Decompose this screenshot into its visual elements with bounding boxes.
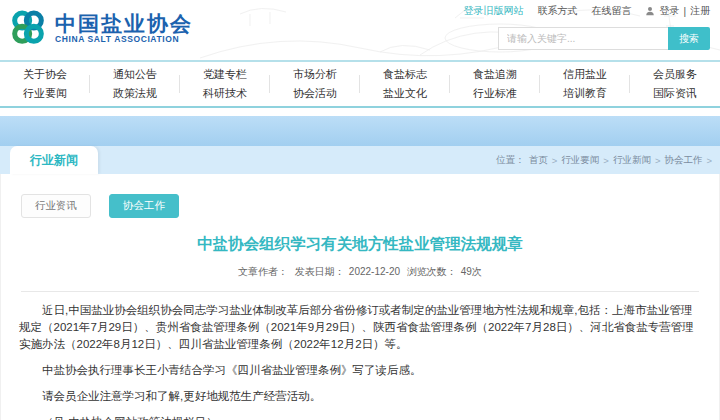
nav-item-salt-culture[interactable]: 盐业文化: [383, 88, 427, 99]
blue-banner-strip: [0, 116, 720, 146]
breadcrumb-separator: >: [552, 155, 558, 166]
user-icon: [645, 6, 655, 16]
nav-column: 食盐标志 盐业文化: [360, 62, 450, 106]
nav-column: 党建专栏 科研技术: [180, 62, 270, 106]
logo-title-en: CHINA SALT ASSOCIATION: [55, 34, 193, 44]
search-input[interactable]: [498, 27, 668, 50]
article-paragraph: 请会员企业注意学习和了解,更好地规范生产经营活动。: [19, 388, 701, 405]
article-meta: 文章作者： 发表日期：2022-12-20 浏览次数：49次: [1, 265, 719, 279]
section-tab-row: 行业新闻 位置： 首页 > 行业要闻 > 行业新闻 > 协会工作 >: [0, 146, 720, 174]
register-link[interactable]: 注册: [690, 4, 710, 18]
main-nav: 关于协会 行业要闻 通知公告 政策法规 党建专栏 科研技术 市场分析 协会活动 …: [0, 60, 720, 108]
message-link[interactable]: 在线留言: [591, 4, 631, 18]
site-logo[interactable]: 中国盐业协会 CHINA SALT ASSOCIATION: [8, 8, 193, 48]
nav-item-notices[interactable]: 通知公告: [113, 69, 157, 80]
breadcrumb-label: 位置：: [496, 154, 525, 167]
nav-column: 市场分析 协会活动: [270, 62, 360, 106]
breadcrumb-news[interactable]: 行业新闻: [613, 154, 651, 167]
breadcrumb: 位置： 首页 > 行业要闻 > 行业新闻 > 协会工作 >: [496, 146, 712, 174]
login-link[interactable]: 登录: [659, 4, 679, 18]
nav-item-activities[interactable]: 协会活动: [293, 88, 337, 99]
article-paragraph: 近日,中国盐业协会组织协会同志学习盐业体制改革后部分省份修订或者制定的盐业管理地…: [19, 302, 701, 353]
nav-item-policies[interactable]: 政策法规: [113, 88, 157, 99]
contact-link[interactable]: 联系方式: [537, 4, 577, 18]
salt-association-knot-icon: [8, 8, 48, 48]
breadcrumb-home[interactable]: 首页: [529, 154, 548, 167]
breadcrumb-separator: >: [706, 155, 712, 166]
article-body: 近日,中国盐业协会组织协会同志学习盐业体制改革后部分省份修订或者制定的盐业管理地…: [19, 302, 701, 420]
nav-column: 会员服务 国际资讯: [630, 62, 720, 106]
nav-column: 食盐追溯 行业标准: [450, 62, 540, 106]
meta-date: 2022-12-20: [349, 266, 400, 277]
breadcrumb-separator: >: [603, 155, 609, 166]
article-section: 行业资讯 协会工作 中盐协会组织学习有关地方性盐业管理法规规章 文章作者： 发表…: [0, 174, 720, 420]
nav-item-salt-mark[interactable]: 食盐标志: [383, 69, 427, 80]
nav-item-industry-news[interactable]: 行业要闻: [23, 88, 67, 99]
subtab-industry-info[interactable]: 行业资讯: [21, 194, 91, 218]
nav-item-credit[interactable]: 信用盐业: [563, 69, 607, 80]
auth-separator: |: [683, 6, 686, 17]
meta-views-label: 浏览次数：: [407, 266, 457, 277]
breadcrumb-separator: >: [655, 155, 661, 166]
nav-column: 信用盐业 培训教育: [540, 62, 630, 106]
nav-column: 关于协会 行业要闻: [0, 62, 90, 106]
meta-date-label: 发表日期：: [295, 266, 345, 277]
tab-industry-news[interactable]: 行业新闻: [10, 146, 98, 174]
nav-item-international[interactable]: 国际资讯: [653, 88, 697, 99]
spacer: [0, 108, 720, 116]
search-button[interactable]: 搜索: [668, 27, 710, 50]
meta-divider: [21, 291, 699, 292]
nav-item-training[interactable]: 培训教育: [563, 88, 607, 99]
auth-links: 登录 | 注册: [645, 4, 710, 18]
nav-item-research[interactable]: 科研技术: [203, 88, 247, 99]
nav-item-about[interactable]: 关于协会: [23, 69, 67, 80]
nav-item-party[interactable]: 党建专栏: [203, 69, 247, 80]
nav-item-standards[interactable]: 行业标准: [473, 88, 517, 99]
nav-item-membership[interactable]: 会员服务: [653, 69, 697, 80]
meta-author-label: 文章作者：: [238, 266, 288, 277]
nav-column: 通知公告 政策法规: [90, 62, 180, 106]
subtab-association-work[interactable]: 协会工作: [109, 194, 179, 218]
search-bar: 搜索: [463, 27, 710, 50]
breadcrumb-industry-news[interactable]: 行业要闻: [561, 154, 599, 167]
article-paragraph: （见:中盐协会网站政策法规栏目）: [19, 414, 701, 420]
nav-item-traceability[interactable]: 食盐追溯: [473, 69, 517, 80]
old-site-link[interactable]: 登录旧版网站: [463, 4, 523, 18]
nav-item-market[interactable]: 市场分析: [293, 69, 337, 80]
article-title: 中盐协会组织学习有关地方性盐业管理法规规章: [1, 234, 719, 255]
article-paragraph: 中盐协会执行理事长王小青结合学习《四川省盐业管理条例》写了读后感。: [19, 362, 701, 379]
header-right: 登录旧版网站 联系方式 在线留言 登录 | 注册 搜索: [463, 4, 710, 50]
logo-text: 中国盐业协会 CHINA SALT ASSOCIATION: [55, 13, 193, 44]
logo-title-cn: 中国盐业协会: [55, 13, 193, 34]
site-header: 中国盐业协会 CHINA SALT ASSOCIATION 登录旧版网站 联系方…: [0, 0, 720, 60]
breadcrumb-association-work[interactable]: 协会工作: [664, 154, 702, 167]
top-links: 登录旧版网站 联系方式 在线留言 登录 | 注册: [463, 4, 710, 18]
meta-views: 49次: [461, 266, 482, 277]
sub-tabs: 行业资讯 协会工作: [1, 174, 719, 218]
